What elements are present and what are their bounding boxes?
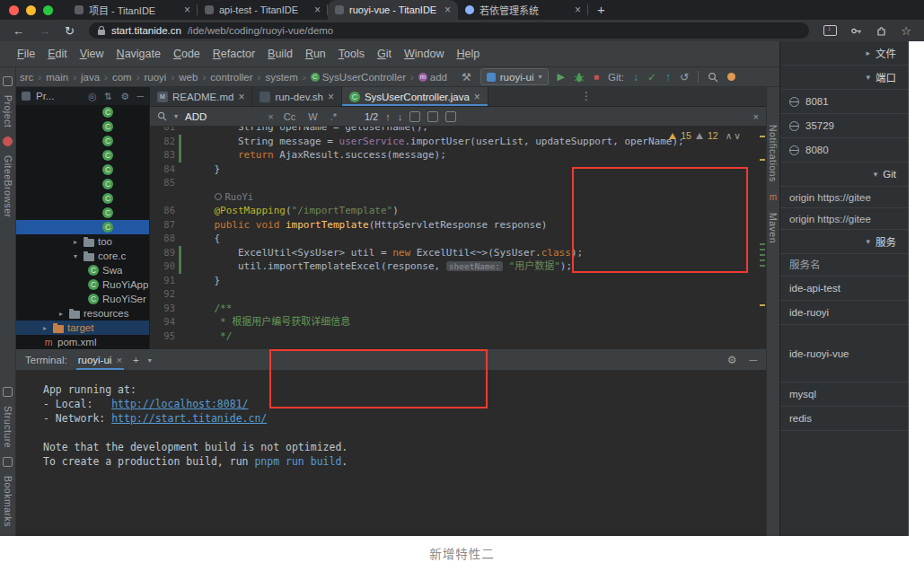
previous-match-icon[interactable]: ↑ <box>385 111 391 122</box>
breadcrumb-item[interactable]: add <box>406 72 447 83</box>
tree-chevron-icon[interactable]: ▸ <box>43 324 53 332</box>
back-icon[interactable]: ← <box>13 25 24 37</box>
new-tab-button[interactable]: + <box>597 0 605 20</box>
side-panel-row[interactable]: ide-ruoyi <box>780 301 909 325</box>
structure-toolwindow-icon[interactable] <box>3 387 13 397</box>
tree-chevron-icon[interactable]: ▾ <box>74 252 84 260</box>
menu-item[interactable]: Run <box>299 48 332 60</box>
browser-tab[interactable]: api-test - TitanIDE × <box>198 0 328 20</box>
menu-item[interactable]: Code <box>167 48 207 60</box>
select-all-matches-icon[interactable] <box>409 111 420 122</box>
bookmark-star-icon[interactable]: ☆ <box>901 24 911 38</box>
section-header[interactable]: ▾ 端口 <box>780 66 909 90</box>
tab-close-icon[interactable]: × <box>184 4 190 16</box>
menu-item[interactable]: Build <box>261 48 299 60</box>
line-number[interactable]: 81 <box>150 127 175 135</box>
tree-row[interactable]: pom.xml <box>16 335 149 349</box>
gitee-browser-icon[interactable] <box>3 136 13 146</box>
hide-panel-icon[interactable]: ─ <box>137 91 144 101</box>
tree-row[interactable] <box>16 163 149 177</box>
breadcrumb-item[interactable]: web <box>166 72 198 83</box>
terminal-tab-close-icon[interactable]: × <box>116 355 122 365</box>
breadcrumb-item[interactable]: system <box>253 72 298 83</box>
search-icon[interactable] <box>708 72 718 83</box>
line-number[interactable]: 86 <box>150 204 175 218</box>
tree-row[interactable] <box>16 191 149 206</box>
editor-tab-options-icon[interactable]: ⋮ <box>581 87 592 106</box>
run-config-selector[interactable]: ruoyi-ui ▾ <box>480 68 549 85</box>
breadcrumb-item[interactable]: SysUserController <box>298 72 406 83</box>
tree-row[interactable] <box>16 206 149 220</box>
tree-row[interactable] <box>16 148 149 163</box>
tab-close-icon[interactable]: × <box>238 91 244 103</box>
toolwindow-label-maven[interactable]: Maven <box>768 213 779 243</box>
tree-row[interactable]: ▸ too <box>16 234 149 249</box>
editor-tab[interactable]: README.md × <box>150 87 252 106</box>
search-history-chevron-icon[interactable]: ▾ <box>174 112 178 120</box>
clear-search-icon[interactable]: × <box>268 111 273 122</box>
side-panel-row[interactable]: 8081 <box>780 90 909 114</box>
filter-search-icon[interactable] <box>427 111 438 122</box>
tab-close-icon[interactable]: × <box>328 91 334 103</box>
hide-terminal-icon[interactable]: ─ <box>749 354 757 366</box>
reload-icon[interactable]: ↻ <box>65 25 75 37</box>
tree-chevron-icon[interactable]: ▸ <box>59 310 69 318</box>
menu-item[interactable]: View <box>74 48 110 60</box>
tree-row[interactable] <box>16 105 149 119</box>
minimize-window-icon[interactable] <box>26 5 36 15</box>
line-number[interactable]: 83 <box>150 148 175 163</box>
notification-dot-icon[interactable] <box>727 73 735 81</box>
toolwindow-label-structure[interactable]: Structure <box>3 406 13 448</box>
terminal-dropdown-icon[interactable]: ▾ <box>148 356 152 365</box>
terminal-tab[interactable]: ruoyi-ui × <box>76 350 124 370</box>
side-panel-row[interactable]: origin https://gitee <box>780 208 909 230</box>
breadcrumb-item[interactable]: controller <box>198 72 252 83</box>
line-number[interactable]: 88 <box>150 232 175 246</box>
search-options-icon[interactable] <box>445 111 456 122</box>
gear-icon[interactable]: ⚙ <box>727 354 737 366</box>
tab-close-icon[interactable]: × <box>314 4 321 16</box>
tree-chevron-icon[interactable]: ▸ <box>74 238 84 246</box>
browser-tab[interactable]: 若依管理系统 × <box>458 0 588 20</box>
editor-tab[interactable]: SysUserController.java × <box>342 87 488 106</box>
new-terminal-icon[interactable]: + <box>133 355 139 365</box>
menu-item[interactable]: File <box>11 48 41 60</box>
tree-row[interactable] <box>16 220 149 234</box>
side-panel-row[interactable]: ide-api-test <box>780 277 909 301</box>
side-panel-row[interactable]: mysql <box>780 382 909 407</box>
match-case-toggle[interactable]: Cc <box>281 111 298 122</box>
forward-icon[interactable]: → <box>39 25 50 37</box>
browser-tab[interactable]: ruoyi-vue - TitanIDE × <box>328 0 458 20</box>
tree-row[interactable]: ▸ target <box>16 321 149 335</box>
menu-item[interactable]: Git <box>371 48 398 60</box>
run-button[interactable]: ▶ <box>558 71 565 83</box>
menu-item[interactable]: Window <box>398 48 450 60</box>
analysis-marks-stripe[interactable] <box>760 128 765 349</box>
tree-row[interactable]: RuoYiApp <box>16 277 149 292</box>
editor-tab[interactable]: run-dev.sh × <box>252 87 342 106</box>
next-match-icon[interactable]: ↓ <box>398 111 403 122</box>
next-prev-problem-icons[interactable]: ∧∨ <box>726 130 743 141</box>
section-header[interactable]: ▾ Git <box>780 163 909 187</box>
tree-row[interactable]: RuoYiSer <box>16 292 149 306</box>
line-number[interactable]: 95 <box>150 329 175 344</box>
tab-close-icon[interactable]: × <box>575 4 581 16</box>
menu-item[interactable]: Edit <box>41 48 74 60</box>
whole-words-toggle[interactable]: W <box>305 111 320 122</box>
side-panel-row[interactable]: 8080 <box>780 138 909 163</box>
side-panel-row[interactable]: ide-ruoyi-vue <box>780 325 909 382</box>
breadcrumb-item[interactable]: src <box>20 72 33 83</box>
bookmarks-toolwindow-icon[interactable] <box>3 457 13 467</box>
tab-close-icon[interactable]: × <box>444 4 451 16</box>
tree-row[interactable] <box>16 177 149 191</box>
locate-file-icon[interactable]: ◎ <box>88 91 96 101</box>
git-rollback-icon[interactable]: ↺ <box>680 71 689 83</box>
section-header[interactable]: ▸ 文件 <box>780 41 909 66</box>
tree-row[interactable] <box>16 119 149 134</box>
toolwindow-label-bookmarks[interactable]: Bookmarks <box>3 476 13 527</box>
menu-item[interactable]: Navigate <box>110 48 167 60</box>
regex-toggle[interactable]: .* <box>328 111 339 122</box>
line-number[interactable]: 84 <box>150 163 175 177</box>
menu-item[interactable]: Refactor <box>207 48 261 60</box>
zoom-window-icon[interactable] <box>43 5 53 15</box>
